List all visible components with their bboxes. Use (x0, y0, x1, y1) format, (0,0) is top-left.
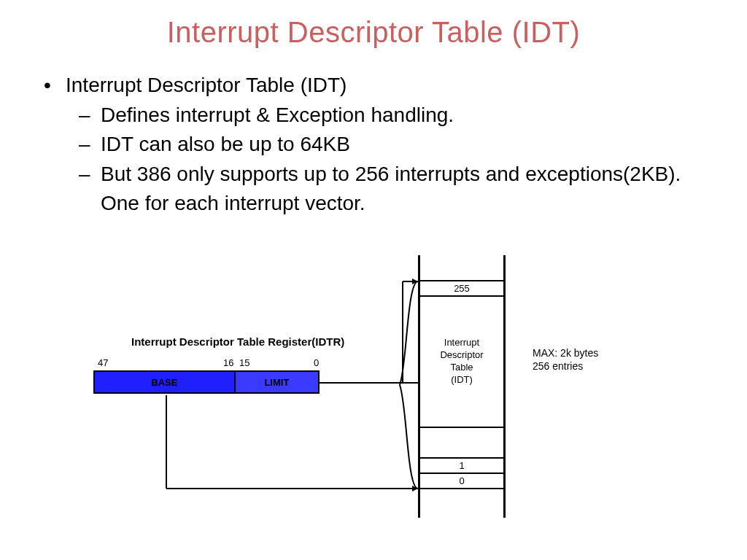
slide-title: Interrupt Descriptor Table (IDT) (0, 0, 747, 49)
bullet-sub3: But 386 only supports up to 256 interrup… (101, 160, 703, 219)
max-note: MAX: 2k bytes 256 entries (533, 346, 598, 373)
entry-255: 255 (420, 280, 503, 297)
register-limit: LIMIT (236, 372, 318, 392)
register-base: BASE (95, 372, 236, 392)
bullet-sub1: Defines interrupt & Exception handling. (101, 101, 703, 131)
mid-line3: Table (450, 362, 473, 374)
diagram: Interrupt Descriptor Table Register(IDTR… (0, 255, 747, 547)
idtr-register: BASE LIMIT (93, 370, 320, 394)
idt-mid-block: Interrupt Descriptor Table (IDT) (420, 297, 503, 428)
entry-1: 1 (420, 457, 503, 474)
mid-line1: Interrupt (444, 337, 479, 349)
bit-label-15: 15 (239, 357, 249, 368)
diagram-lines (0, 255, 747, 547)
bit-label-47: 47 (98, 357, 108, 368)
idt-table: 255 Interrupt Descriptor Table (IDT) 1 0 (418, 255, 506, 518)
bullet-main: Interrupt Descriptor Table (IDT) (66, 71, 703, 101)
bullet-list: Interrupt Descriptor Table (IDT) Defines… (0, 49, 747, 219)
bullet-sub2: IDT can also be up to 64KB (101, 130, 703, 160)
mid-line4: (IDT) (451, 374, 473, 386)
bit-label-0: 0 (314, 357, 319, 368)
max-line2: 256 entries (533, 359, 598, 373)
max-line1: MAX: 2k bytes (533, 346, 598, 359)
entry-0: 0 (420, 474, 503, 489)
bit-label-16: 16 (223, 357, 233, 368)
svg-marker-3 (412, 279, 418, 284)
svg-marker-7 (412, 486, 418, 491)
idtr-title: Interrupt Descriptor Table Register(IDTR… (131, 335, 344, 348)
mid-line2: Descriptor (440, 349, 483, 362)
